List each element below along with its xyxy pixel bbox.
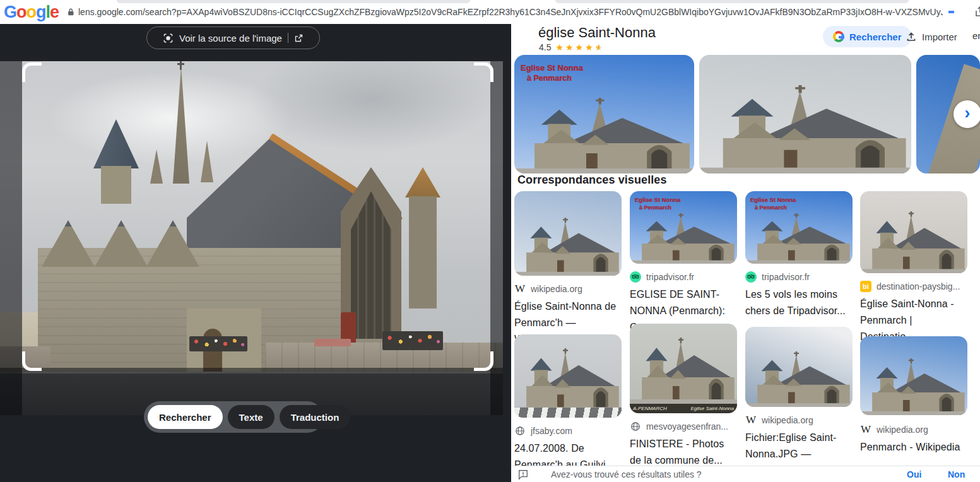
next-images-button[interactable] (953, 100, 980, 128)
browser-toolbar: Google lens.google.com/search?p=AXAp4wiV… (0, 0, 980, 24)
match-domain: wikipedia.org (762, 415, 813, 425)
match-domain: wikipedia.org (531, 284, 582, 294)
match-thumbnail[interactable]: Eglise St Nonnaà Penmarch (630, 191, 737, 264)
match-domain: wikipedia.org (877, 425, 928, 435)
globe-favicon-icon (630, 421, 641, 432)
match-thumbnail[interactable]: A-PENMARCHEglise Saint-Nonna (630, 324, 737, 413)
tripadvisor-favicon-icon (630, 271, 641, 283)
match-card[interactable]: wikipedia.org Fichier:Eglise Saint-Nonna… (745, 327, 853, 479)
section-title: Correspondances visuelles (517, 173, 667, 187)
browser-tab-hint[interactable] (555, 0, 909, 3)
photo-spire-cross (177, 63, 184, 65)
match-thumbnail[interactable] (514, 334, 622, 418)
image-overlay-text: Eglise St Nonnaà Penmarch (635, 196, 680, 211)
url-bar[interactable]: lens.google.com/search?p=AXAp4wiVoBSZUD8… (78, 7, 943, 17)
match-thumbnail[interactable] (514, 191, 622, 276)
photo-turret-roof (405, 167, 440, 197)
lens-mode-tabs: Rechercher Texte Traduction (144, 401, 323, 433)
match-domain: destination-paysbig... (877, 281, 960, 291)
crop-handle-bottom-right[interactable] (474, 351, 493, 371)
feedback-icon (517, 469, 529, 480)
external-link-icon (294, 33, 304, 43)
clipped-button-label[interactable]: er (972, 30, 980, 41)
star-icon (565, 43, 574, 52)
lens-icon (163, 33, 174, 44)
match-card[interactable]: wikipedia.org Église Saint-Nonna de Penm… (514, 191, 622, 348)
top-result-image[interactable] (699, 55, 911, 173)
feedback-no-button[interactable]: Non (948, 469, 965, 479)
browser-tab-hint[interactable] (117, 0, 470, 3)
match-card[interactable]: wikipedia.org Penmarch - Wikipedia (860, 336, 967, 456)
crop-handle-top-left[interactable] (22, 62, 42, 82)
padlock-icon[interactable] (66, 7, 76, 17)
photo-gable (95, 220, 148, 267)
tripadvisor-favicon-icon (745, 271, 757, 283)
thumbnail-crosswalk (514, 408, 622, 418)
match-thumbnail[interactable] (745, 327, 853, 407)
query-image[interactable] (0, 61, 503, 415)
google-g-icon (833, 31, 844, 42)
match-domain: mesvoyagesenfran... (646, 421, 728, 432)
image-overlay-text: Eglise St Nonnaà Penmarch (521, 62, 583, 84)
match-card[interactable]: jfsaby.com 24.07.2008. De Penmarc'h au G… (514, 334, 622, 473)
match-title[interactable]: Les 5 vols les moins chers de Tripadviso… (745, 286, 853, 319)
import-button[interactable]: Importer (906, 27, 957, 46)
photo-turret (409, 196, 437, 309)
crop-handle-bottom-left[interactable] (22, 351, 42, 371)
photo-bench (314, 339, 351, 346)
image-overlay-text: Eglise St Nonnaà Penmarch (750, 196, 796, 211)
result-entity-title: église Saint-Nonna (538, 25, 656, 41)
feedback-question: Avez-vous trouvé ces résultats utiles ? (551, 469, 702, 479)
tab-traduction[interactable]: Traduction (280, 405, 351, 429)
match-card[interactable]: destination-paysbig... Église Saint-Nonn… (860, 191, 967, 345)
wikipedia-favicon-icon (745, 414, 757, 426)
match-domain: jfsaby.com (531, 426, 572, 436)
match-card[interactable]: A-PENMARCHEglise Saint-Nonna mesvoyagese… (630, 324, 737, 469)
crop-handle-top-right[interactable] (474, 62, 493, 82)
crop-dim-left (0, 61, 22, 415)
rating-value: 4.5 (539, 42, 551, 52)
star-icon (555, 43, 564, 52)
destination-favicon-icon (860, 281, 871, 292)
match-title[interactable]: FINISTERE - Photos de la commune de... (630, 436, 737, 469)
upload-icon (906, 31, 917, 42)
view-image-source-button[interactable]: Voir la source de l'image (146, 26, 320, 49)
tab-rechercher-label: Rechercher (159, 412, 211, 423)
button-divider (288, 33, 288, 43)
search-button-label: Rechercher (849, 32, 902, 42)
match-thumbnail[interactable] (860, 191, 967, 273)
match-domain: tripadvisor.fr (762, 272, 810, 282)
globe-favicon-icon (514, 425, 526, 437)
match-thumbnail[interactable] (860, 336, 967, 415)
match-card[interactable]: Eglise St Nonnaà Penmarch tripadvisor.fr… (745, 191, 853, 319)
view-image-source-label: Voir la source de l'image (179, 33, 282, 44)
star-icon (585, 43, 593, 52)
photo-tower-body (101, 166, 131, 204)
feedback-bar: Avez-vous trouvé ces résultats utiles ? … (511, 466, 980, 482)
google-lens-page: Google lens.google.com/search?p=AXAp4wiV… (0, 0, 980, 482)
match-thumbnail[interactable]: Eglise St Nonnaà Penmarch (745, 191, 853, 264)
photo-flower-box (189, 336, 247, 351)
tab-texte[interactable]: Texte (228, 405, 275, 429)
match-card[interactable]: Eglise St Nonnaà Penmarch tripadvisor.fr… (630, 191, 737, 336)
match-title[interactable]: Penmarch - Wikipedia (860, 439, 967, 456)
wikipedia-favicon-icon (860, 424, 871, 435)
wikipedia-favicon-icon (514, 283, 526, 295)
tab-rechercher[interactable]: Rechercher (148, 405, 223, 429)
match-domain: tripadvisor.fr (646, 272, 694, 282)
feedback-yes-button[interactable]: Oui (907, 469, 921, 479)
star-icon (576, 43, 584, 52)
share-icon[interactable] (974, 6, 980, 17)
tab-texte-label: Texte (239, 412, 263, 423)
tab-traduction-label: Traduction (291, 412, 339, 423)
search-button[interactable]: Rechercher (823, 26, 912, 47)
rating[interactable]: 4.5 (539, 42, 604, 52)
photo-flower-box (382, 331, 443, 350)
thumbnail-caption: A-PENMARCHEglise Saint-Nonna (630, 404, 737, 413)
import-button-label: Importer (922, 32, 957, 42)
photo-gable (42, 220, 95, 267)
top-result-image[interactable]: Eglise St Nonnaà Penmarch (514, 55, 694, 173)
half-star-icon (595, 43, 604, 52)
google-logo: Google (4, 3, 59, 22)
results-panel: église Saint-Nonna 4.5 Rechercher Import… (511, 24, 980, 482)
